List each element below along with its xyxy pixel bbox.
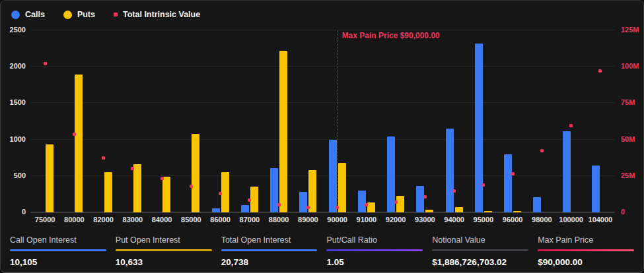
bar-group-80000	[59, 30, 89, 212]
stat-label: Total Open Interest	[221, 235, 318, 245]
call-bar-100000[interactable]	[563, 131, 571, 212]
put-bar-95000[interactable]	[484, 211, 492, 212]
max-pain-dashed-line	[338, 30, 338, 212]
bar-group-88000	[264, 30, 293, 212]
x-axis-label-88000: 88000	[269, 216, 289, 224]
put-bar-84000[interactable]	[162, 177, 170, 212]
y-axis-tick-label: 500	[1, 171, 26, 179]
y-axis-tick-label: 2500	[1, 26, 26, 34]
intrinsic-value-point-80000[interactable]	[73, 133, 76, 136]
x-axis-label-80000: 80000	[64, 216, 85, 224]
intrinsic-value-point-86000[interactable]	[219, 192, 222, 195]
call-bar-104000[interactable]	[592, 166, 600, 212]
bar-group-96000	[498, 30, 527, 212]
bar-group-86000	[206, 30, 235, 212]
put-bar-89000[interactable]	[308, 170, 316, 212]
y-axis-tick-label: 1000	[1, 135, 26, 143]
stat-label: Put/Call Ratio	[326, 235, 423, 245]
stat-accent-underline	[10, 249, 106, 251]
legend-item-total-intrinsic-value[interactable]: Total Intrinsic Value	[114, 10, 200, 19]
intrinsic-value-point-92000[interactable]	[394, 200, 398, 204]
intrinsic-value-point-84000[interactable]	[161, 177, 164, 180]
x-axis-label-90000: 90000	[327, 216, 347, 224]
intrinsic-value-point-85000[interactable]	[190, 185, 193, 188]
call-bar-93000[interactable]	[416, 186, 424, 212]
stat-accent-underline	[116, 249, 212, 251]
x-axis-label-75000: 75000	[35, 216, 55, 224]
right-y-axis-tick-label: 75M	[621, 98, 635, 106]
intrinsic-value-point-100000[interactable]	[569, 124, 573, 127]
intrinsic-value-point-87000[interactable]	[248, 198, 251, 202]
put-bar-96000[interactable]	[513, 211, 521, 212]
stat-accent-underline	[432, 249, 528, 251]
x-axis-label-85000: 85000	[181, 216, 201, 224]
stat-call-open-interest: Call Open Interest10,105	[10, 234, 106, 272]
call-bar-90000[interactable]	[329, 140, 337, 212]
put-bar-91000[interactable]	[367, 202, 375, 212]
stat-value: $90,000.00	[538, 257, 634, 267]
x-axis-label-95000: 95000	[474, 216, 494, 224]
put-bar-83000[interactable]	[133, 164, 141, 212]
put-bar-94000[interactable]	[455, 207, 463, 212]
put-bar-75000[interactable]	[46, 144, 54, 212]
call-bar-94000[interactable]	[446, 129, 454, 212]
y-axis-tick-label: 2000	[1, 62, 26, 70]
bar-group-89000	[293, 30, 322, 212]
stat-label: Max Pain Price	[538, 235, 634, 245]
intrinsic-value-point-89000[interactable]	[306, 206, 310, 209]
put-bar-93000[interactable]	[425, 210, 433, 212]
legend-item-calls[interactable]: Calls	[11, 10, 45, 19]
bar-group-82000	[89, 30, 118, 212]
bar-group-92000	[381, 30, 410, 212]
put-bar-80000[interactable]	[75, 75, 83, 212]
intrinsic-value-point-75000[interactable]	[44, 62, 47, 65]
put-bar-82000[interactable]	[104, 172, 112, 212]
call-bar-87000[interactable]	[241, 205, 249, 212]
legend-label: Calls	[25, 10, 45, 19]
put-bar-90000[interactable]	[338, 163, 346, 212]
stat-label: Put Open Interest	[116, 235, 212, 245]
stats-footer: Call Open Interest10,105Put Open Interes…	[1, 230, 643, 272]
stat-accent-underline	[221, 249, 318, 251]
intrinsic-value-point-88000[interactable]	[277, 203, 281, 206]
call-bar-86000[interactable]	[212, 208, 220, 212]
put-bar-86000[interactable]	[221, 172, 229, 212]
y-axis-tick-label: 1500	[1, 98, 26, 106]
y-axis-tick-label: 0	[1, 208, 26, 216]
intrinsic-value-point-98000[interactable]	[540, 149, 544, 152]
stat-value: 1.05	[326, 257, 423, 267]
stat-value: 20,738	[221, 257, 318, 267]
stat-put-call-ratio: Put/Call Ratio1.05	[326, 234, 423, 272]
x-axis-label-84000: 84000	[152, 216, 172, 224]
x-axis-label-86000: 86000	[210, 216, 231, 224]
call-bar-96000[interactable]	[504, 154, 512, 212]
intrinsic-value-point-93000[interactable]	[423, 195, 427, 198]
bar-group-83000	[118, 30, 147, 212]
legend-label: Total Intrinsic Value	[123, 10, 200, 19]
bar-group-104000	[586, 30, 615, 212]
call-bar-95000[interactable]	[475, 44, 483, 212]
put-bar-85000[interactable]	[192, 134, 199, 212]
stat-accent-underline	[326, 249, 423, 251]
put-bar-88000[interactable]	[279, 51, 287, 212]
call-bar-89000[interactable]	[299, 192, 307, 212]
x-axis-label-87000: 87000	[240, 216, 260, 224]
x-axis-label-98000: 98000	[532, 216, 552, 224]
call-bar-91000[interactable]	[358, 191, 366, 212]
intrinsic-value-point-82000[interactable]	[102, 156, 105, 160]
put-bar-87000[interactable]	[250, 187, 258, 212]
bar-group-87000	[235, 30, 264, 212]
x-axis-label-93000: 93000	[415, 216, 435, 224]
stat-total-open-interest: Total Open Interest20,738	[221, 234, 318, 272]
stat-label: Notional Value	[432, 235, 528, 245]
intrinsic-value-point-96000[interactable]	[511, 172, 515, 175]
call-bar-98000[interactable]	[533, 197, 541, 212]
intrinsic-value-point-91000[interactable]	[365, 203, 368, 206]
x-axis-label-100000: 100000	[559, 216, 583, 224]
legend-label: Puts	[77, 10, 95, 19]
legend-item-puts[interactable]: Puts	[63, 10, 95, 19]
intrinsic-value-point-95000[interactable]	[482, 183, 485, 187]
put-bar-92000[interactable]	[396, 196, 404, 212]
bar-group-84000	[147, 30, 176, 212]
stat-value: 10,105	[10, 257, 106, 267]
